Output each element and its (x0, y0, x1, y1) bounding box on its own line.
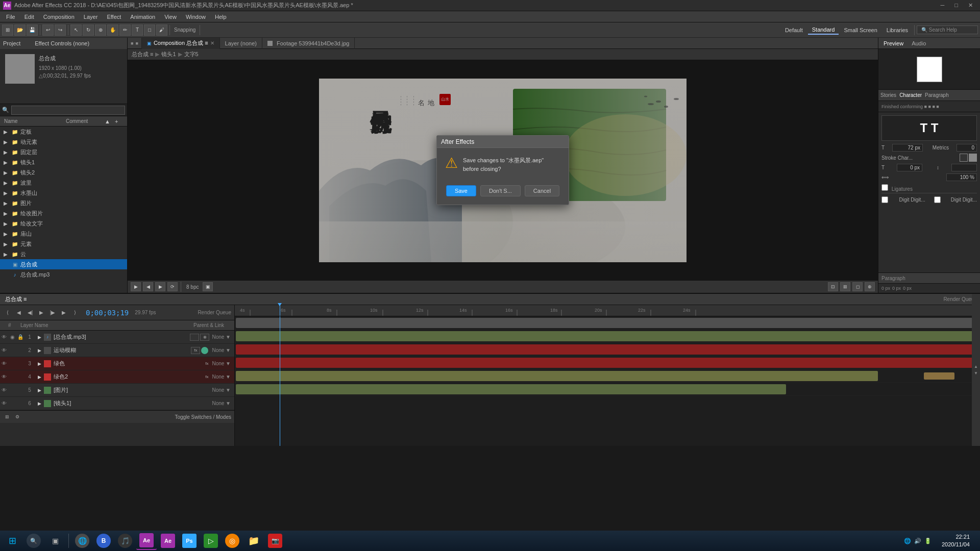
digit-checkbox[interactable] (881, 196, 888, 203)
taskbar-chrome[interactable]: 🌐 (72, 532, 92, 550)
show-desktop-btn[interactable] (976, 532, 978, 550)
sort-icon[interactable]: ▲ (105, 118, 115, 124)
list-item[interactable]: ▶ 📁 云 (0, 249, 127, 259)
list-item[interactable]: ▶ 📁 镜头2 (0, 167, 127, 178)
visibility-toggle[interactable]: 👁 (0, 347, 8, 353)
tl-end-btn[interactable]: ⟩ (70, 308, 80, 317)
menu-edit[interactable]: Edit (20, 13, 38, 21)
visibility-toggle[interactable]: 👁 (0, 334, 8, 340)
undo-btn[interactable]: ↩ (42, 24, 54, 36)
project-search-input[interactable] (11, 106, 125, 115)
workspace-libraries[interactable]: Libraries (883, 26, 912, 34)
taskbar-baidu[interactable]: B (93, 532, 114, 550)
open-btn[interactable]: 📂 (14, 24, 26, 36)
zoom-fit-btn[interactable]: ⊡ (828, 282, 838, 291)
breadcrumb-item-3[interactable]: 文字5 (184, 51, 199, 58)
metrics-input[interactable] (957, 144, 977, 152)
list-item[interactable]: ▶ 📁 波里 (0, 178, 127, 188)
font-size-input[interactable] (892, 144, 923, 152)
new-layer-btn[interactable]: ⊞ (3, 413, 11, 421)
menu-composition[interactable]: Composition (39, 13, 79, 21)
search-bar[interactable]: 🔍 Search Help (917, 26, 978, 34)
loop-btn[interactable]: ⟳ (167, 282, 178, 291)
breadcrumb-item-1[interactable]: 总合成 ≡ (132, 51, 153, 58)
track-row[interactable] (235, 316, 980, 330)
fx-switch[interactable] (190, 334, 199, 341)
layer-row[interactable]: 👁 3 ▶ 绿色 fx None ▼ (0, 357, 234, 370)
tl-next-frame[interactable]: |▶ (48, 308, 57, 317)
tl-prev-frame[interactable]: ◀| (26, 308, 35, 317)
taskbar-ae2[interactable]: Ae (158, 532, 178, 550)
list-item[interactable]: ▶ 📁 动元素 (0, 137, 127, 147)
play-btn[interactable]: ▶ (131, 282, 141, 291)
size-input[interactable] (897, 164, 922, 171)
pen-tool[interactable]: ✏ (119, 24, 131, 36)
timeline-ruler[interactable]: 4s 6s 8s 10s 12s 14s 16s (235, 305, 980, 316)
list-item-selected[interactable]: ▣ 总合成 (0, 259, 127, 269)
track-row[interactable] (235, 383, 980, 396)
zoom-tool[interactable]: ⊕ (95, 24, 106, 36)
start-button[interactable]: ⊞ (2, 532, 22, 550)
toggle-switches-label[interactable]: Toggle Switches / Modes (175, 414, 231, 420)
preview-tab[interactable]: Preview (881, 39, 905, 47)
render-queue-link[interactable]: Render Queue (198, 310, 231, 315)
list-item[interactable]: ▶ 📁 镜头1 (0, 157, 127, 167)
motion-blur-switch[interactable]: ◉ (200, 334, 209, 341)
list-item[interactable]: ▶ 📁 固定层 (0, 147, 127, 157)
taskbar-screenshot[interactable]: 📷 (265, 532, 285, 550)
expand-arrow[interactable]: ▶ (36, 373, 43, 381)
tab-layer[interactable]: Layer (none) (220, 38, 262, 49)
fx-switch[interactable]: fx (204, 361, 209, 366)
paint-tool[interactable]: 🖌 (156, 24, 167, 36)
playhead[interactable] (280, 305, 280, 316)
save-button[interactable]: Save (446, 185, 476, 196)
track-row[interactable] (235, 330, 980, 343)
layer-settings-btn[interactable]: ⚙ (13, 413, 21, 421)
track-scrollbar[interactable]: ▲ ▼ (972, 294, 980, 446)
stories-tab[interactable]: Stories (880, 92, 896, 98)
taskbar-clock[interactable]: 22:21 2020/11/04 (938, 533, 974, 549)
taskbar-orange-app[interactable]: ◎ (222, 532, 242, 550)
menu-file[interactable]: File (2, 13, 19, 21)
tl-play-btn[interactable]: ⟨ (3, 308, 12, 317)
tl-play-pause[interactable]: ▶ (37, 308, 46, 317)
dont-save-button[interactable]: Don't S... (480, 185, 521, 196)
taskbar-green-app[interactable]: ▷ (201, 532, 221, 550)
minimize-btn[interactable]: ─ (937, 2, 949, 9)
menu-layer[interactable]: Layer (80, 13, 102, 21)
fx-switch[interactable]: fx (191, 347, 200, 354)
character-tab[interactable]: Character (899, 92, 922, 98)
tab-close-comp[interactable]: ✕ (210, 40, 214, 46)
add-icon[interactable]: + (115, 118, 125, 124)
workspace-default[interactable]: Default (781, 26, 807, 34)
digit-checkbox2[interactable] (934, 196, 941, 203)
tl-prev-btn[interactable]: ◀ (14, 308, 23, 317)
maximize-btn[interactable]: □ (950, 2, 962, 9)
audio-tab[interactable]: Audio (910, 39, 928, 47)
pan-tool[interactable]: ✋ (107, 24, 118, 36)
taskbar-ae[interactable]: Ae (136, 532, 157, 550)
new-comp-btn[interactable]: ⊞ (2, 24, 13, 36)
leading-input[interactable] (951, 164, 977, 171)
safe-zones-btn[interactable]: ◻ (852, 282, 863, 291)
paragraph-tab[interactable]: Paragraph (925, 92, 949, 98)
menu-help[interactable]: Help (211, 13, 231, 21)
fx-switch[interactable]: fx (204, 374, 209, 379)
menu-animation[interactable]: Animation (126, 13, 159, 21)
list-item[interactable]: ▶ 📁 图片 (0, 198, 127, 208)
text-tool[interactable]: T (132, 24, 143, 36)
taskbar-search[interactable]: 🔍 (23, 532, 44, 550)
region-btn[interactable]: ⊕ (865, 282, 875, 291)
track-row[interactable] (235, 356, 980, 369)
motion-blur-switch[interactable] (201, 347, 208, 354)
selection-tool[interactable]: ↖ (70, 24, 82, 36)
list-item[interactable]: ▶ 📁 定板 (0, 127, 127, 137)
cancel-button[interactable]: Cancel (525, 185, 559, 196)
list-item[interactable]: ▶ 📁 水墨山 (0, 188, 127, 198)
stroke-box1[interactable] (960, 154, 968, 162)
list-item[interactable]: ▶ 📁 绘改文字 (0, 218, 127, 229)
expand-arrow[interactable]: ▶ (36, 400, 43, 407)
list-item[interactable]: ▶ 📁 庙山 (0, 229, 127, 239)
frame-back-btn[interactable]: ◀ (143, 282, 153, 291)
expand-arrow[interactable]: ▶ (36, 334, 43, 341)
